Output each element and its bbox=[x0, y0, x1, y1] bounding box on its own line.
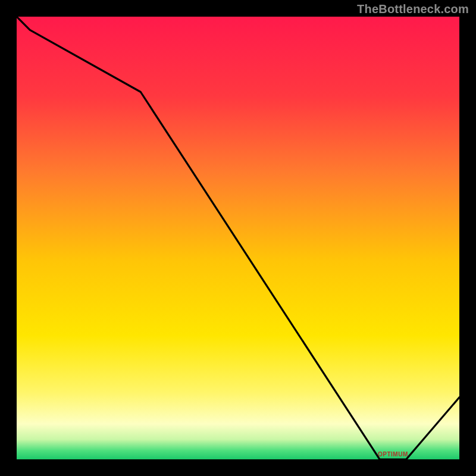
plot-area: OPTIMUM bbox=[17, 17, 459, 459]
attribution-text: TheBottleneck.com bbox=[357, 2, 469, 16]
chart-svg bbox=[17, 17, 459, 459]
chart-stage: TheBottleneck.com OPTIMUM bbox=[0, 0, 476, 476]
optimal-range-label: OPTIMUM bbox=[378, 451, 408, 458]
gradient-background bbox=[17, 17, 459, 459]
